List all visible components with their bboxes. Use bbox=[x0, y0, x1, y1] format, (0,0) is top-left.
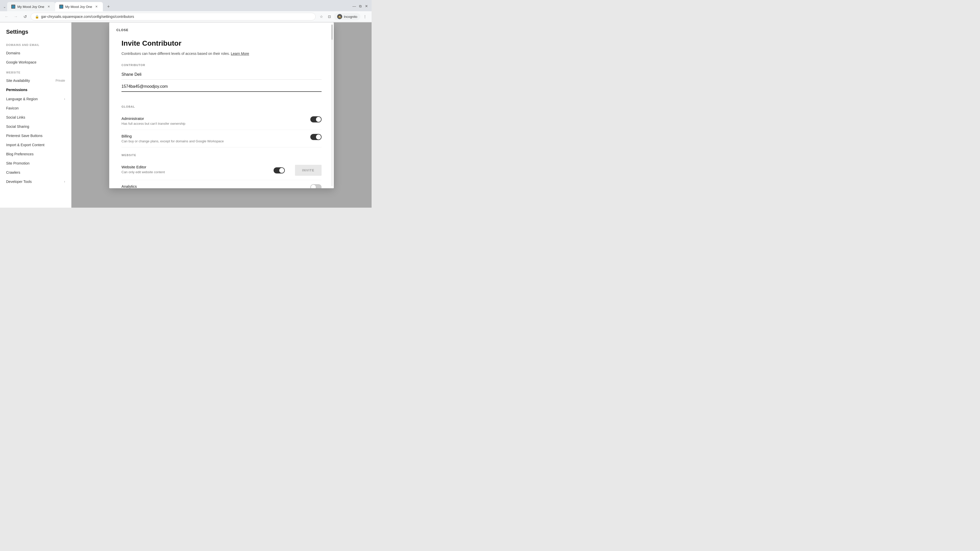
incognito-icon: 🕵 bbox=[337, 14, 342, 19]
developer-tools-arrow-icon: › bbox=[64, 180, 65, 183]
forward-button[interactable]: → bbox=[12, 13, 19, 20]
analytics-toggle-knob bbox=[311, 185, 316, 188]
global-section-label: GLOBAL bbox=[121, 105, 321, 108]
website-editor-role-row: Website Editor Can only edit website con… bbox=[121, 161, 321, 180]
new-tab-button[interactable]: + bbox=[105, 3, 112, 10]
invite-contributor-modal: CLOSE Invite Contributor Contributors ca… bbox=[109, 22, 334, 188]
website-editor-toggle[interactable] bbox=[274, 167, 285, 173]
main-area: Settings Domains and Email Domains Googl… bbox=[0, 22, 372, 208]
analytics-role-name: Analytics bbox=[121, 184, 137, 188]
sidebar-section-domains: Domains and Email bbox=[0, 39, 71, 48]
modal-body: Invite Contributor Contributors can have… bbox=[109, 32, 334, 188]
content-area: CLOSE Invite Contributor Contributors ca… bbox=[72, 22, 372, 208]
sidebar-item-site-promotion[interactable]: Site Promotion bbox=[0, 159, 71, 168]
sidebar-item-permissions[interactable]: Permissions bbox=[0, 85, 71, 94]
lock-icon: 🔒 bbox=[35, 15, 39, 19]
website-editor-role-name: Website Editor bbox=[121, 165, 165, 169]
site-availability-badge: Private bbox=[56, 79, 65, 83]
tab-1-title: My Mood Joy One bbox=[18, 5, 45, 9]
tab-1-close[interactable]: ✕ bbox=[46, 4, 51, 9]
sidebar-item-social-links[interactable]: Social Links bbox=[0, 113, 71, 122]
modal-scrollbar[interactable] bbox=[331, 24, 333, 186]
menu-button[interactable]: ⋮ bbox=[361, 13, 369, 20]
tab-1[interactable]: 🌐 My Mood Joy One ✕ bbox=[7, 2, 55, 11]
sidebar-item-favicon[interactable]: Favicon bbox=[0, 103, 71, 113]
bookmark-button[interactable]: ☆ bbox=[318, 13, 325, 20]
contributor-section-label: CONTRIBUTOR bbox=[121, 64, 321, 67]
tab-1-favicon: 🌐 bbox=[11, 5, 15, 9]
modal-description: Contributors can have different levels o… bbox=[121, 51, 321, 56]
address-bar[interactable]: 🔒 gar-chrysalis.squarespace.com/config/s… bbox=[30, 13, 316, 21]
sidebar-item-domains[interactable]: Domains bbox=[0, 48, 71, 58]
modal-scrollbar-thumb bbox=[331, 24, 333, 40]
sidebar-section-website: Website bbox=[0, 67, 71, 76]
billing-role-name: Billing bbox=[121, 134, 224, 138]
modal-overlay: CLOSE Invite Contributor Contributors ca… bbox=[72, 22, 372, 208]
website-section-label: WEBSITE bbox=[121, 154, 321, 157]
window-controls: — ⧉ ✕ bbox=[352, 4, 369, 9]
website-editor-role-desc: Can only edit website content bbox=[121, 170, 165, 174]
billing-role-row: Billing Can buy or change plans, except … bbox=[121, 130, 321, 148]
administrator-role-desc: Has full access but can't transfer owner… bbox=[121, 122, 185, 125]
contributor-name-input[interactable] bbox=[121, 70, 321, 79]
sidebar: Settings Domains and Email Domains Googl… bbox=[0, 22, 72, 208]
invite-button[interactable]: INVITE bbox=[295, 165, 321, 176]
sidebar-item-blog-preferences[interactable]: Blog Preferences bbox=[0, 149, 71, 159]
nav-actions: ☆ ⊡ 🕵 Incognito ⋮ bbox=[318, 13, 369, 20]
sidebar-item-language-region[interactable]: Language & Region › bbox=[0, 94, 71, 103]
administrator-toggle-knob bbox=[316, 117, 321, 122]
administrator-role-row: Administrator Has full access but can't … bbox=[121, 112, 321, 130]
title-bar: ⌄ 🌐 My Mood Joy One ✕ 🌐 My Mood Joy One … bbox=[0, 0, 372, 11]
maximize-button[interactable]: ⧉ bbox=[358, 4, 363, 8]
browser-chrome: ⌄ 🌐 My Mood Joy One ✕ 🌐 My Mood Joy One … bbox=[0, 0, 372, 22]
sidebar-item-social-sharing[interactable]: Social Sharing bbox=[0, 122, 71, 131]
sidebar-item-pinterest[interactable]: Pinterest Save Buttons bbox=[0, 131, 71, 140]
incognito-label: Incognito bbox=[344, 15, 357, 19]
contributor-email-input[interactable] bbox=[121, 82, 321, 92]
administrator-toggle[interactable] bbox=[310, 116, 321, 122]
billing-toggle[interactable] bbox=[310, 134, 321, 140]
language-arrow-icon: › bbox=[64, 97, 65, 101]
modal-title: Invite Contributor bbox=[121, 39, 321, 48]
tab-list-resize[interactable]: ⌄ bbox=[3, 5, 7, 9]
close-window-button[interactable]: ✕ bbox=[364, 4, 369, 8]
reload-button[interactable]: ↺ bbox=[21, 13, 29, 20]
modal-close-button[interactable]: CLOSE bbox=[116, 28, 128, 32]
sidebar-item-site-availability[interactable]: Site Availability Private bbox=[0, 76, 71, 85]
sidebar-item-crawlers[interactable]: Crawlers bbox=[0, 168, 71, 177]
tab-2[interactable]: 🌐 My Mood Joy One ✕ bbox=[55, 2, 103, 11]
cast-button[interactable]: ⊡ bbox=[326, 13, 333, 20]
sidebar-item-google-workspace[interactable]: Google Workspace bbox=[0, 58, 71, 67]
billing-toggle-knob bbox=[316, 135, 321, 140]
sidebar-title: Settings bbox=[0, 22, 71, 39]
analytics-role-row: Analytics bbox=[121, 180, 321, 188]
modal-close-bar: CLOSE bbox=[109, 22, 334, 32]
sidebar-item-import-export[interactable]: Import & Export Content bbox=[0, 140, 71, 149]
tab-2-title: My Mood Joy One bbox=[65, 5, 92, 9]
sidebar-item-developer-tools[interactable]: Developer Tools › bbox=[0, 177, 71, 186]
learn-more-link[interactable]: Learn More bbox=[231, 52, 249, 56]
minimize-button[interactable]: — bbox=[352, 4, 356, 8]
nav-bar: ← → ↺ 🔒 gar-chrysalis.squarespace.com/co… bbox=[0, 11, 372, 22]
tab-2-close[interactable]: ✕ bbox=[94, 4, 99, 9]
incognito-badge[interactable]: 🕵 Incognito bbox=[334, 13, 360, 20]
address-text: gar-chrysalis.squarespace.com/config/set… bbox=[41, 14, 311, 19]
back-button[interactable]: ← bbox=[3, 13, 10, 20]
tab-2-favicon: 🌐 bbox=[59, 5, 63, 9]
website-editor-toggle-knob bbox=[279, 168, 284, 173]
billing-role-desc: Can buy or change plans, except for doma… bbox=[121, 139, 224, 143]
administrator-role-name: Administrator bbox=[121, 116, 185, 121]
analytics-toggle[interactable] bbox=[310, 184, 321, 188]
